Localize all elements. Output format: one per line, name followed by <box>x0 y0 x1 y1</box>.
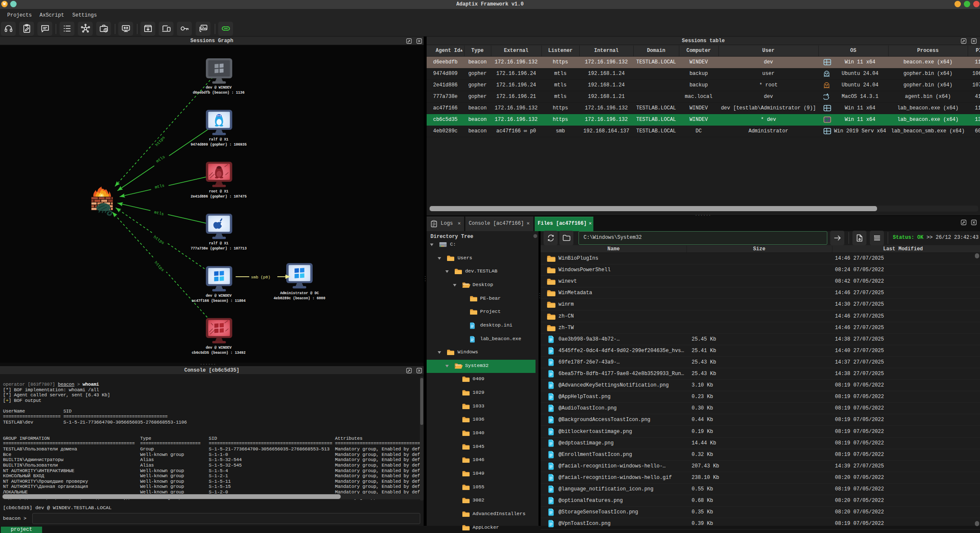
svg-text:smb (p0): smb (p0) <box>251 275 271 280</box>
svg-text:ralf @ X1: ralf @ X1 <box>209 241 228 246</box>
svg-text:root @ X1: root @ X1 <box>209 189 228 194</box>
svg-text:dev @ WINDEV: dev @ WINDEV <box>206 346 232 350</box>
svg-text:dev @ WINDEV: dev @ WINDEV <box>206 294 232 298</box>
svg-text:2e41d886 (gopher) : 107475: 2e41d886 (gopher) : 107475 <box>191 195 247 199</box>
svg-text:dev @ WINDEV: dev @ WINDEV <box>206 86 232 90</box>
svg-text:Administrator @ DC: Administrator @ DC <box>280 291 319 295</box>
svg-text:ralf @ X1: ralf @ X1 <box>209 138 228 142</box>
svg-text:4eb0289c (beacon) : 6000: 4eb0289c (beacon) : 6000 <box>273 296 325 301</box>
svg-text:d6eebdfb (beacon) : 1136: d6eebdfb (beacon) : 1136 <box>193 91 244 95</box>
svg-text:cb6c5d35 (beacon) : 13492: cb6c5d35 (beacon) : 13492 <box>192 351 245 355</box>
svg-text:777a738e (gopher) : 107713: 777a738e (gopher) : 107713 <box>191 246 247 251</box>
svg-text:9474d809 (gopher) : 106935: 9474d809 (gopher) : 106935 <box>191 143 247 147</box>
svg-text:ac47f166 (beacon) : 11804: ac47f166 (beacon) : 11804 <box>192 299 245 303</box>
